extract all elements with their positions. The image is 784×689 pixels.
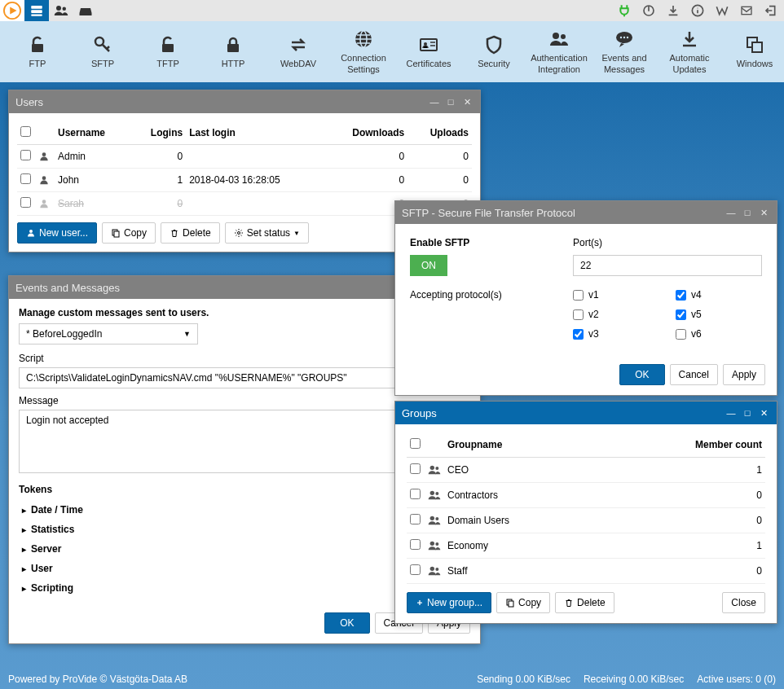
wiki-icon[interactable] — [716, 4, 729, 17]
enable-sftp-label: Enable SFTP — [410, 237, 540, 248]
port-input[interactable] — [573, 255, 762, 276]
sftp-title: SFTP - Secure File Transfer Protocol — [402, 207, 725, 219]
plug-icon[interactable] — [618, 4, 631, 17]
drive-tab-icon[interactable] — [73, 0, 98, 21]
toolbar-tftp[interactable]: TFTP — [135, 24, 200, 81]
sftp-panel: SFTP - Secure File Transfer Protocol — □… — [394, 200, 777, 396]
minimize-icon[interactable]: — — [428, 95, 441, 108]
close-icon[interactable]: ✕ — [757, 406, 770, 419]
users-titlebar[interactable]: Users — □ ✕ — [9, 90, 480, 113]
users-title: Users — [15, 96, 428, 108]
message-type-select[interactable]: * BeforeLoggedIn▼ — [19, 323, 198, 344]
copy-group-button[interactable]: Copy — [496, 592, 550, 613]
download-icon[interactable] — [667, 4, 680, 17]
user-row[interactable]: John12018-04-03 16:28:0500 — [17, 169, 472, 192]
group-row[interactable]: Domain Users0 — [407, 508, 765, 533]
port-label: Port(s) — [573, 237, 762, 248]
status-active-users: Active users: 0 (0) — [697, 674, 776, 685]
mail-icon[interactable] — [740, 4, 753, 17]
sftp-apply-button[interactable]: Apply — [723, 364, 765, 385]
status-receiving: Receiving 0.00 KiB/sec — [584, 674, 684, 685]
group-checkbox[interactable] — [410, 463, 421, 474]
toolbar-connection-settings[interactable]: ConnectionSettings — [331, 24, 396, 81]
user-checkbox[interactable] — [20, 197, 31, 208]
enable-sftp-toggle[interactable]: ON — [410, 255, 447, 276]
protocol-v5[interactable]: v5 — [676, 309, 762, 320]
group-row[interactable]: CEO1 — [407, 458, 765, 483]
sftp-cancel-button[interactable]: Cancel — [670, 364, 718, 385]
main-toolbar: FTPSFTPTFTPHTTPWebDAVConnectionSettingsC… — [0, 21, 784, 82]
toolbar-security[interactable]: Security — [461, 24, 526, 81]
protocol-v6[interactable]: v6 — [676, 328, 762, 340]
toolbar-events-and-messages[interactable]: Events andMessages — [592, 24, 657, 81]
groups-panel: Groups — □ ✕ Groupname Member count CEO1… — [394, 401, 777, 624]
server-tab-icon[interactable] — [24, 0, 49, 21]
close-icon[interactable]: ✕ — [757, 206, 770, 219]
toolbar-windows[interactable]: Windows — [722, 24, 784, 81]
info-icon[interactable] — [691, 4, 704, 17]
status-bar: Powered by ProVide © Västgöta-Data AB Se… — [0, 669, 784, 689]
new-user-button[interactable]: New user... — [17, 222, 97, 244]
copy-user-button[interactable]: Copy — [102, 222, 156, 244]
set-status-button[interactable]: Set status ▼ — [225, 222, 309, 244]
group-row[interactable]: Economy1 — [407, 533, 765, 559]
protocol-v2[interactable]: v2 — [573, 309, 659, 320]
group-checkbox[interactable] — [410, 539, 421, 550]
groupname-header: Groupname — [444, 432, 599, 458]
user-checkbox[interactable] — [20, 173, 31, 184]
groups-table: Groupname Member count CEO1Contractors0D… — [407, 432, 765, 584]
status-sending: Sending 0.00 KiB/sec — [477, 674, 570, 685]
protocol-v4[interactable]: v4 — [676, 289, 762, 301]
groups-title: Groups — [402, 407, 725, 419]
groups-select-all-checkbox[interactable] — [410, 438, 421, 449]
users-select-all-checkbox[interactable] — [20, 126, 31, 137]
powered-by: Powered by ProVide © Västgöta-Data AB — [8, 674, 464, 685]
protocol-v3[interactable]: v3 — [573, 328, 659, 340]
close-group-button[interactable]: Close — [722, 592, 765, 613]
protocol-v1[interactable]: v1 — [573, 289, 659, 301]
maximize-icon[interactable]: □ — [444, 95, 457, 108]
groups-titlebar[interactable]: Groups — □ ✕ — [395, 402, 777, 424]
close-icon[interactable]: ✕ — [460, 95, 473, 108]
maximize-icon[interactable]: □ — [741, 406, 754, 419]
group-checkbox[interactable] — [410, 514, 421, 524]
group-checkbox[interactable] — [410, 489, 421, 499]
power-icon[interactable] — [642, 4, 655, 17]
group-row[interactable]: Contractors0 — [407, 483, 765, 508]
user-row[interactable]: Admin000 — [17, 145, 472, 169]
toolbar-automatic-updates[interactable]: AutomaticUpdates — [657, 24, 722, 81]
group-row[interactable]: Staff0 — [407, 559, 765, 584]
users-tab-icon[interactable] — [49, 0, 73, 21]
delete-user-button[interactable]: Delete — [161, 222, 220, 244]
toolbar-authentication-integration[interactable]: AuthenticationIntegration — [526, 24, 592, 81]
minimize-icon[interactable]: — — [725, 206, 738, 219]
toolbar-ftp[interactable]: FTP — [5, 24, 70, 81]
protocols-label: Accepting protocol(s) — [410, 289, 540, 301]
logo-icon[interactable] — [0, 0, 24, 21]
minimize-icon[interactable]: — — [725, 406, 738, 419]
group-checkbox[interactable] — [410, 564, 421, 575]
sftp-titlebar[interactable]: SFTP - Secure File Transfer Protocol — □… — [395, 201, 777, 224]
member-count-header: Member count — [599, 432, 765, 458]
new-group-button[interactable]: New group... — [407, 592, 491, 613]
exit-icon[interactable] — [764, 4, 777, 17]
toolbar-sftp[interactable]: SFTP — [70, 24, 135, 81]
toolbar-http[interactable]: HTTP — [200, 24, 266, 81]
toolbar-certificates[interactable]: Certificates — [396, 24, 461, 81]
events-ok-button[interactable]: OK — [324, 612, 369, 634]
sftp-ok-button[interactable]: OK — [619, 364, 664, 385]
user-checkbox[interactable] — [20, 150, 31, 160]
top-bar — [0, 0, 784, 21]
maximize-icon[interactable]: □ — [741, 206, 754, 219]
toolbar-webdav[interactable]: WebDAV — [266, 24, 331, 81]
delete-group-button[interactable]: Delete — [555, 592, 614, 613]
